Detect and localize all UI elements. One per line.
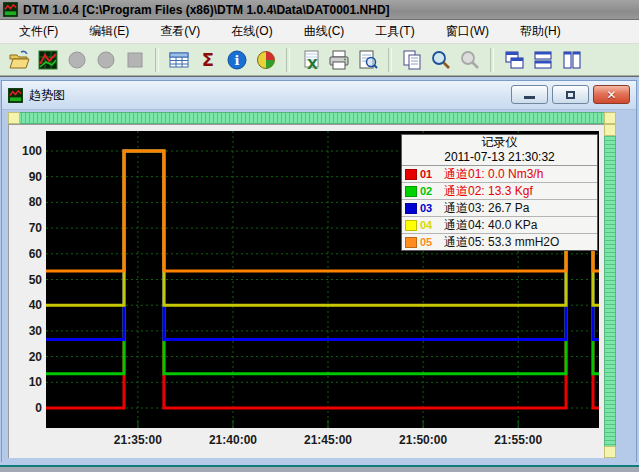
sum-icon[interactable]: Σ xyxy=(195,47,221,73)
y-axis-label: 60 xyxy=(9,247,42,261)
legend-row: 02通道02: 13.3 Kgf xyxy=(402,183,597,200)
window-title: DTM 1.0.4 [C:\Program Files (x86)\DTM 1.… xyxy=(23,3,390,17)
tile-horizontal-icon[interactable] xyxy=(530,47,556,73)
channel-color-swatch xyxy=(405,220,417,231)
x-axis-label: 21:55:00 xyxy=(487,433,549,447)
export-excel-icon[interactable]: X xyxy=(297,47,323,73)
zoom-out-disabled-icon xyxy=(457,47,483,73)
y-axis-label: 70 xyxy=(9,221,42,235)
dtm-application-window: DTM 1.0.4 [C:\Program Files (x86)\DTM 1.… xyxy=(0,0,639,472)
data-table-icon[interactable] xyxy=(166,47,192,73)
tile-vertical-icon[interactable] xyxy=(559,47,585,73)
mdi-area: 趋势图 ✕ xyxy=(0,76,639,472)
menubar: 文件(F) 编辑(E) 查看(V) 在线(O) 曲线(C) 工具(T) 窗口(W… xyxy=(0,20,639,44)
snapshot-disabled-icon xyxy=(93,47,119,73)
maximize-button[interactable] xyxy=(552,85,589,104)
x-axis-label: 21:45:00 xyxy=(297,433,359,447)
menu-view[interactable]: 查看(V) xyxy=(155,21,205,42)
menu-file[interactable]: 文件(F) xyxy=(14,21,63,42)
child-titlebar[interactable]: 趋势图 ✕ xyxy=(2,81,636,110)
maximize-icon xyxy=(566,91,575,99)
scroll-thumb[interactable] xyxy=(604,124,616,136)
y-axis-label: 90 xyxy=(9,170,42,184)
legend-timestamp: 2011-07-13 21:30:32 xyxy=(402,150,597,166)
legend-row: 01通道01: 0.0 Nm3/h xyxy=(402,166,597,183)
channel-value: 通道03: 26.7 Pa xyxy=(444,200,529,217)
toolbar-separator xyxy=(155,48,159,72)
zoom-in-icon[interactable] xyxy=(428,47,454,73)
y-axis-label: 10 xyxy=(9,375,42,389)
channel-color-swatch xyxy=(405,169,417,180)
legend-row: 04通道04: 40.0 KPa xyxy=(402,217,597,234)
child-window-title: 趋势图 xyxy=(29,87,65,104)
copy-icon[interactable] xyxy=(399,47,425,73)
close-icon: ✕ xyxy=(606,89,616,101)
scroll-thumb[interactable] xyxy=(604,112,616,124)
menu-curve[interactable]: 曲线(C) xyxy=(299,21,350,42)
channel-number: 05 xyxy=(420,236,444,248)
app-titlebar[interactable]: DTM 1.0.4 [C:\Program Files (x86)\DTM 1.… xyxy=(0,0,639,20)
toolbar-separator xyxy=(286,48,290,72)
x-axis-label: 21:35:00 xyxy=(107,433,169,447)
svg-text:X: X xyxy=(307,56,318,71)
info-icon[interactable]: i xyxy=(224,47,250,73)
channel-number: 04 xyxy=(420,219,444,231)
app-logo-icon xyxy=(3,2,18,17)
scroll-thumb[interactable] xyxy=(8,112,20,124)
minimize-icon xyxy=(524,96,535,99)
channel-number: 03 xyxy=(420,202,444,214)
legend-title: 记录仪 xyxy=(402,135,597,150)
menu-online[interactable]: 在线(O) xyxy=(226,21,277,42)
vertical-scroll-strip[interactable] xyxy=(604,124,616,458)
cascade-windows-icon[interactable] xyxy=(501,47,527,73)
channel-value: 通道01: 0.0 Nm3/h xyxy=(444,166,543,183)
channel-number: 01 xyxy=(420,168,444,180)
y-axis-label: 50 xyxy=(9,273,42,287)
menu-edit[interactable]: 编辑(E) xyxy=(84,21,134,42)
trend-plot[interactable]: 记录仪 2011-07-13 21:30:32 01通道01: 0.0 Nm3/… xyxy=(46,131,599,428)
chart-panel: 记录仪 2011-07-13 21:30:32 01通道01: 0.0 Nm3/… xyxy=(8,124,604,458)
menu-window[interactable]: 窗口(W) xyxy=(441,21,494,42)
horizontal-scroll-strip[interactable] xyxy=(8,112,616,124)
channel-value: 通道02: 13.3 Kgf xyxy=(444,183,533,200)
channel-number: 02 xyxy=(420,185,444,197)
y-axis-label: 20 xyxy=(9,350,42,364)
y-axis-label: 0 xyxy=(9,401,42,415)
open-file-icon[interactable] xyxy=(6,47,32,73)
channel-value: 通道04: 40.0 KPa xyxy=(444,217,537,234)
channel-color-swatch xyxy=(405,203,417,214)
print-preview-icon[interactable] xyxy=(355,47,381,73)
svg-text:Σ: Σ xyxy=(202,49,214,70)
trend-view-icon[interactable] xyxy=(35,47,61,73)
x-axis-label: 21:50:00 xyxy=(392,433,454,447)
chart-client-area: 记录仪 2011-07-13 21:30:32 01通道01: 0.0 Nm3/… xyxy=(2,110,636,462)
svg-text:i: i xyxy=(235,53,240,68)
legend-row: 05通道05: 53.3 mmH2O xyxy=(402,234,597,250)
pie-chart-icon[interactable] xyxy=(253,47,279,73)
legend-row: 03通道03: 26.7 Pa xyxy=(402,200,597,217)
frame-bottom-bar xyxy=(0,467,639,472)
stop-disabled-icon xyxy=(122,47,148,73)
legend-rows: 01通道01: 0.0 Nm3/h02通道02: 13.3 Kgf03通道03:… xyxy=(402,166,597,250)
close-button[interactable]: ✕ xyxy=(593,85,630,104)
record-disabled-icon xyxy=(64,47,90,73)
toolbar: Σ i X xyxy=(0,44,639,76)
channel-color-swatch xyxy=(405,237,417,248)
print-icon[interactable] xyxy=(326,47,352,73)
chart-legend: 记录仪 2011-07-13 21:30:32 01通道01: 0.0 Nm3/… xyxy=(401,134,598,251)
trend-window-icon xyxy=(8,88,23,103)
toolbar-separator xyxy=(388,48,392,72)
y-axis-label: 40 xyxy=(9,298,42,312)
x-axis-label: 21:40:00 xyxy=(202,433,264,447)
menu-tools[interactable]: 工具(T) xyxy=(370,21,419,42)
y-axis-label: 30 xyxy=(9,324,42,338)
y-axis-label: 100 xyxy=(9,144,42,158)
trend-chart-window: 趋势图 ✕ xyxy=(1,80,637,462)
scroll-thumb[interactable] xyxy=(604,446,616,458)
menu-help[interactable]: 帮助(H) xyxy=(515,21,566,42)
toolbar-separator xyxy=(490,48,494,72)
channel-color-swatch xyxy=(405,186,417,197)
channel-value: 通道05: 53.3 mmH2O xyxy=(444,234,559,251)
y-axis-label: 80 xyxy=(9,195,42,209)
minimize-button[interactable] xyxy=(511,85,548,104)
